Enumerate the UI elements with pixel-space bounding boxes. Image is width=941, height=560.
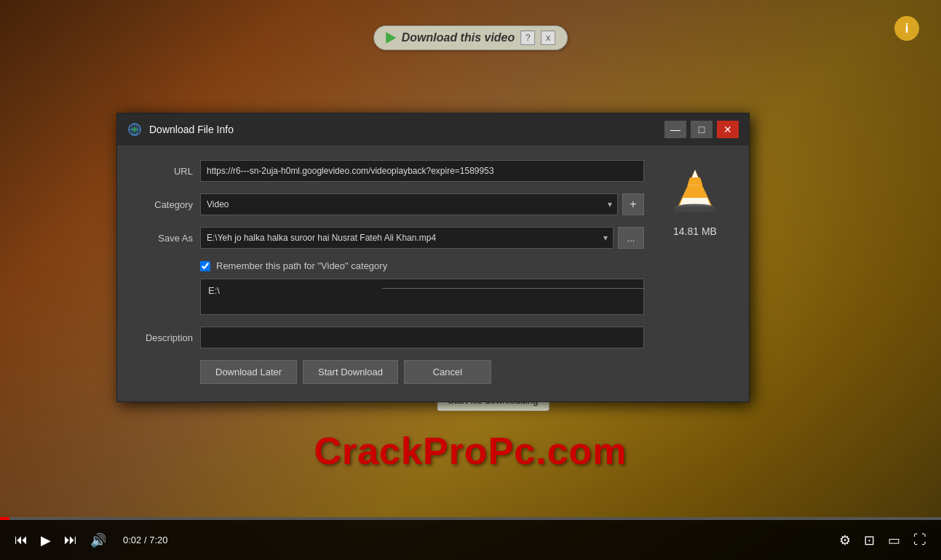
- category-label: Category: [135, 199, 193, 210]
- browse-button[interactable]: ...: [618, 227, 644, 249]
- download-later-button[interactable]: Download Later: [200, 360, 297, 384]
- svg-marker-9: [688, 177, 703, 185]
- help-button[interactable]: ?: [520, 31, 535, 45]
- vlc-icon: [670, 167, 720, 218]
- category-row: Category Video +: [135, 193, 644, 215]
- minimize-button[interactable]: —: [664, 121, 686, 138]
- cancel-button[interactable]: Cancel: [404, 360, 491, 384]
- category-select-wrapper: Video: [200, 193, 618, 215]
- watermark: CrackProPc.com: [314, 429, 627, 473]
- window-button[interactable]: ▭: [888, 532, 900, 548]
- settings-button[interactable]: ⚙: [839, 532, 851, 548]
- play-pause-button[interactable]: ▶: [41, 532, 51, 548]
- close-banner-button[interactable]: x: [541, 31, 555, 45]
- description-row: Description: [135, 327, 644, 348]
- download-dialog: Download File Info — □ ✕ URL Category Vi…: [116, 113, 750, 402]
- volume-button[interactable]: 🔊: [90, 532, 106, 548]
- svg-rect-11: [675, 207, 715, 212]
- dialog-body: URL Category Video + Save As: [117, 145, 749, 401]
- description-label: Description: [135, 332, 193, 343]
- saveas-label: Save As: [135, 233, 193, 244]
- svg-point-4: [132, 127, 137, 132]
- url-label: URL: [135, 166, 193, 177]
- pip-button[interactable]: ⊡: [864, 532, 875, 548]
- vlc-icon-area: 14.81 MB: [659, 160, 731, 387]
- right-controls: ⚙ ⊡ ▭ ⛶: [839, 532, 926, 548]
- url-row: URL: [135, 160, 644, 182]
- add-category-button[interactable]: +: [622, 193, 644, 215]
- banner-text: Download this video: [402, 31, 515, 44]
- saveas-row: Save As ...: [135, 227, 644, 249]
- remember-label: Remember this path for "Video" category: [216, 260, 387, 271]
- titlebar-controls: — □ ✕: [664, 121, 739, 138]
- dialog-title: Download File Info: [149, 124, 657, 135]
- path-display: E:\: [200, 279, 644, 315]
- saveas-controls: ...: [200, 227, 644, 249]
- time-display: 0:02 / 7:20: [123, 535, 167, 545]
- video-controls: ⏮ ▶ ⏭ 🔊 0:02 / 7:20 ⚙ ⊡ ▭ ⛶: [0, 520, 941, 560]
- url-input[interactable]: [200, 160, 644, 182]
- dialog-close-button[interactable]: ✕: [717, 121, 739, 138]
- dialog-titlebar: Download File Info — □ ✕: [117, 113, 749, 145]
- remember-row: Remember this path for "Video" category: [200, 260, 644, 271]
- maximize-button[interactable]: □: [691, 121, 712, 138]
- svg-marker-8: [683, 191, 707, 199]
- category-select[interactable]: Video: [200, 193, 618, 215]
- remember-section: Remember this path for "Video" category …: [135, 260, 644, 315]
- description-input[interactable]: [200, 327, 644, 348]
- fullscreen-button[interactable]: ⛶: [913, 532, 926, 548]
- skip-back-button[interactable]: ⏮: [15, 532, 28, 548]
- remember-checkbox[interactable]: [200, 261, 210, 271]
- file-size: 14.81 MB: [673, 225, 717, 237]
- category-controls: Video +: [200, 193, 644, 215]
- download-video-banner[interactable]: Download this video ? x: [373, 25, 568, 50]
- saveas-input[interactable]: [200, 227, 614, 249]
- start-download-button[interactable]: Start Download: [303, 360, 398, 384]
- dialog-form: URL Category Video + Save As: [135, 160, 644, 387]
- skip-forward-button[interactable]: ⏭: [64, 532, 77, 548]
- globe-icon: [127, 122, 142, 137]
- info-button[interactable]: i: [894, 16, 919, 41]
- dialog-buttons: Download Later Start Download Cancel: [200, 360, 644, 384]
- saveas-input-wrapper: [200, 227, 614, 249]
- play-icon: [386, 32, 396, 44]
